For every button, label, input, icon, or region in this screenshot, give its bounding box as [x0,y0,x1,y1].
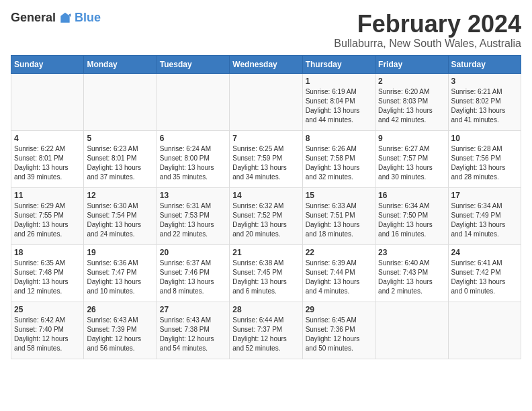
day-number: 22 [306,248,372,257]
page-header: General Blue February 2024 Bullaburra, N… [11,11,521,50]
day-info: Sunrise: 6:34 AMSunset: 7:49 PMDaylight:… [451,201,518,239]
calendar-cell: 11Sunrise: 6:29 AMSunset: 7:55 PMDayligh… [11,187,84,244]
day-number: 15 [306,191,372,200]
week-row-3: 18Sunrise: 6:35 AMSunset: 7:48 PMDayligh… [11,244,521,302]
day-number: 8 [306,134,372,143]
day-info: Sunrise: 6:43 AMSunset: 7:39 PMDaylight:… [87,316,153,353]
subtitle: Bullaburra, New South Wales, Australia [334,38,521,50]
day-number: 23 [378,248,445,257]
day-number: 14 [232,191,299,200]
weekday-header-tuesday: Tuesday [157,55,229,73]
calendar-cell: 9Sunrise: 6:27 AMSunset: 7:57 PMDaylight… [375,130,448,187]
calendar-cell: 19Sunrise: 6:36 AMSunset: 7:47 PMDayligh… [84,244,157,302]
calendar-cell: 7Sunrise: 6:25 AMSunset: 7:59 PMDaylight… [230,130,302,187]
week-row-2: 11Sunrise: 6:29 AMSunset: 7:55 PMDayligh… [11,187,521,244]
day-number: 9 [378,134,445,143]
day-number: 11 [14,191,81,200]
day-info: Sunrise: 6:44 AMSunset: 7:37 PMDaylight:… [232,316,299,353]
calendar-cell: 13Sunrise: 6:31 AMSunset: 7:53 PMDayligh… [157,187,229,244]
calendar-cell: 26Sunrise: 6:43 AMSunset: 7:39 PMDayligh… [84,302,157,359]
weekday-header-monday: Monday [84,55,157,73]
day-info: Sunrise: 6:42 AMSunset: 7:40 PMDaylight:… [14,316,81,353]
day-number: 6 [160,134,226,143]
day-info: Sunrise: 6:22 AMSunset: 8:01 PMDaylight:… [14,144,81,182]
weekday-header-wednesday: Wednesday [230,55,302,73]
day-number: 2 [378,77,445,86]
day-number: 3 [451,77,518,86]
day-info: Sunrise: 6:27 AMSunset: 7:57 PMDaylight:… [378,144,445,182]
calendar-cell [375,302,448,359]
day-info: Sunrise: 6:34 AMSunset: 7:50 PMDaylight:… [378,201,445,239]
day-info: Sunrise: 6:33 AMSunset: 7:51 PMDaylight:… [306,201,372,239]
calendar-cell [157,73,229,130]
day-number: 20 [160,248,226,257]
day-info: Sunrise: 6:21 AMSunset: 8:02 PMDaylight:… [451,87,518,125]
day-info: Sunrise: 6:41 AMSunset: 7:42 PMDaylight:… [451,259,518,296]
day-number: 1 [306,77,372,86]
weekday-header-sunday: Sunday [11,55,84,73]
day-info: Sunrise: 6:19 AMSunset: 8:04 PMDaylight:… [306,87,372,125]
day-number: 17 [451,191,518,200]
day-info: Sunrise: 6:23 AMSunset: 8:01 PMDaylight:… [87,144,153,182]
calendar-cell: 29Sunrise: 6:45 AMSunset: 7:36 PMDayligh… [302,302,375,359]
day-number: 5 [87,134,153,143]
day-info: Sunrise: 6:32 AMSunset: 7:52 PMDaylight:… [232,201,299,239]
week-row-1: 4Sunrise: 6:22 AMSunset: 8:01 PMDaylight… [11,130,521,187]
day-info: Sunrise: 6:24 AMSunset: 8:00 PMDaylight:… [160,144,226,182]
calendar-cell: 1Sunrise: 6:19 AMSunset: 8:04 PMDaylight… [302,73,375,130]
day-info: Sunrise: 6:28 AMSunset: 7:56 PMDaylight:… [451,144,518,182]
day-info: Sunrise: 6:39 AMSunset: 7:44 PMDaylight:… [306,259,372,296]
main-title: February 2024 [334,11,521,38]
week-row-0: 1Sunrise: 6:19 AMSunset: 8:04 PMDaylight… [11,73,521,130]
logo: General Blue [11,11,101,25]
title-area: February 2024 Bullaburra, New South Wale… [334,11,521,50]
day-info: Sunrise: 6:36 AMSunset: 7:47 PMDaylight:… [87,259,153,296]
calendar-cell: 25Sunrise: 6:42 AMSunset: 7:40 PMDayligh… [11,302,84,359]
day-info: Sunrise: 6:20 AMSunset: 8:03 PMDaylight:… [378,87,445,125]
day-info: Sunrise: 6:37 AMSunset: 7:46 PMDaylight:… [160,259,226,296]
calendar-cell: 20Sunrise: 6:37 AMSunset: 7:46 PMDayligh… [157,244,229,302]
day-info: Sunrise: 6:35 AMSunset: 7:48 PMDaylight:… [14,259,81,296]
day-info: Sunrise: 6:31 AMSunset: 7:53 PMDaylight:… [160,201,226,239]
calendar-cell: 17Sunrise: 6:34 AMSunset: 7:49 PMDayligh… [448,187,521,244]
week-row-4: 25Sunrise: 6:42 AMSunset: 7:40 PMDayligh… [11,302,521,359]
day-number: 7 [232,134,299,143]
day-info: Sunrise: 6:25 AMSunset: 7:59 PMDaylight:… [232,144,299,182]
logo-general: General [11,11,56,25]
calendar-cell: 18Sunrise: 6:35 AMSunset: 7:48 PMDayligh… [11,244,84,302]
weekday-header-row: SundayMondayTuesdayWednesdayThursdayFrid… [11,55,521,73]
day-number: 28 [232,305,299,314]
day-number: 18 [14,248,81,257]
day-number: 13 [160,191,226,200]
day-number: 29 [306,305,372,314]
calendar-cell: 12Sunrise: 6:30 AMSunset: 7:54 PMDayligh… [84,187,157,244]
calendar-cell: 23Sunrise: 6:40 AMSunset: 7:43 PMDayligh… [375,244,448,302]
day-info: Sunrise: 6:45 AMSunset: 7:36 PMDaylight:… [306,316,372,353]
weekday-header-saturday: Saturday [448,55,521,73]
calendar-cell [448,302,521,359]
calendar-cell: 24Sunrise: 6:41 AMSunset: 7:42 PMDayligh… [448,244,521,302]
weekday-header-thursday: Thursday [302,55,375,73]
day-info: Sunrise: 6:26 AMSunset: 7:58 PMDaylight:… [306,144,372,182]
calendar-cell: 8Sunrise: 6:26 AMSunset: 7:58 PMDaylight… [302,130,375,187]
calendar-cell: 5Sunrise: 6:23 AMSunset: 8:01 PMDaylight… [84,130,157,187]
calendar-cell: 14Sunrise: 6:32 AMSunset: 7:52 PMDayligh… [230,187,302,244]
logo-blue: Blue [75,11,101,25]
logo-icon [58,11,72,25]
calendar-cell: 4Sunrise: 6:22 AMSunset: 8:01 PMDaylight… [11,130,84,187]
calendar-cell: 16Sunrise: 6:34 AMSunset: 7:50 PMDayligh… [375,187,448,244]
calendar-cell: 21Sunrise: 6:38 AMSunset: 7:45 PMDayligh… [230,244,302,302]
calendar-cell: 6Sunrise: 6:24 AMSunset: 8:00 PMDaylight… [157,130,229,187]
day-info: Sunrise: 6:29 AMSunset: 7:55 PMDaylight:… [14,201,81,239]
calendar-cell: 10Sunrise: 6:28 AMSunset: 7:56 PMDayligh… [448,130,521,187]
day-info: Sunrise: 6:43 AMSunset: 7:38 PMDaylight:… [160,316,226,353]
day-number: 26 [87,305,153,314]
day-number: 4 [14,134,81,143]
day-number: 21 [232,248,299,257]
calendar-cell [11,73,84,130]
calendar-cell: 15Sunrise: 6:33 AMSunset: 7:51 PMDayligh… [302,187,375,244]
calendar-cell: 22Sunrise: 6:39 AMSunset: 7:44 PMDayligh… [302,244,375,302]
day-number: 12 [87,191,153,200]
day-number: 27 [160,305,226,314]
day-info: Sunrise: 6:40 AMSunset: 7:43 PMDaylight:… [378,259,445,296]
